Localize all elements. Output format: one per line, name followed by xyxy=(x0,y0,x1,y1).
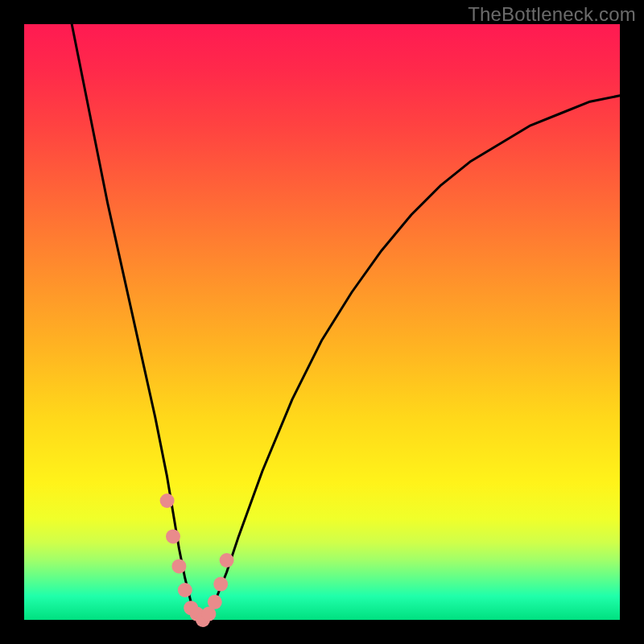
trough-dot xyxy=(220,553,234,568)
bottleneck-curve xyxy=(72,24,620,620)
trough-dot xyxy=(160,493,175,508)
chart-svg xyxy=(24,24,620,620)
trough-dot xyxy=(178,583,192,597)
trough-dot xyxy=(171,559,186,573)
watermark-text: TheBottleneck.com xyxy=(468,3,636,26)
outer-frame: TheBottleneck.com xyxy=(0,0,644,644)
trough-dot xyxy=(213,577,228,592)
trough-dot xyxy=(166,529,180,543)
trough-markers xyxy=(160,493,234,627)
plot-area xyxy=(24,24,620,620)
trough-dot xyxy=(208,595,222,609)
